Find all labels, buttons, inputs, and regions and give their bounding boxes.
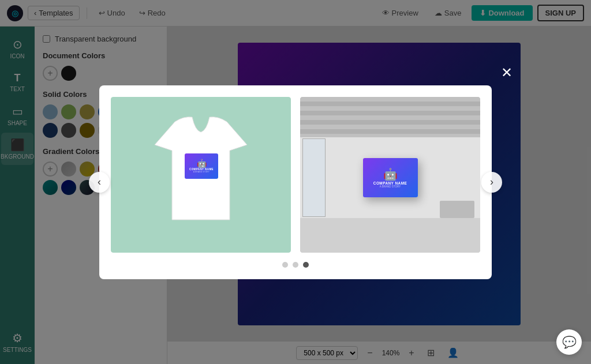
office-logo-robot: 🤖 <box>383 167 398 181</box>
chat-bubble-button[interactable]: 💬 <box>556 329 582 355</box>
dot-2[interactable] <box>293 262 298 268</box>
office-background: 🤖 COMPANY NAME A BRAND STORY <box>300 97 480 253</box>
tshirt-mockup-slide: 🤖 COMPANY NAME A BRAND STORY <box>111 97 291 253</box>
tshirt-background: 🤖 COMPANY NAME A BRAND STORY <box>111 97 291 253</box>
office-mockup-slide: 🤖 COMPANY NAME A BRAND STORY <box>300 97 480 253</box>
modal-prev-button[interactable]: ‹ <box>89 172 110 193</box>
tshirt-logo-card: 🤖 COMPANY NAME A BRAND STORY <box>185 153 218 179</box>
modal-close-button[interactable]: ✕ <box>501 65 513 81</box>
tshirt-logo-sub: A BRAND STORY <box>193 171 210 173</box>
modal-dots <box>111 262 480 268</box>
office-ceiling <box>300 97 480 143</box>
office-logo-company: COMPANY NAME <box>373 181 407 185</box>
office-logo-sub: A BRAND STORY <box>380 185 401 188</box>
office-floor <box>300 212 480 253</box>
modal-images: 🤖 COMPANY NAME A BRAND STORY <box>111 97 480 253</box>
modal-next-button[interactable]: › <box>481 172 502 193</box>
tshirt-logo-robot: 🤖 <box>197 159 207 168</box>
tshirt-container: 🤖 COMPANY NAME A BRAND STORY <box>143 104 259 245</box>
dot-3[interactable] <box>303 262 309 268</box>
dot-1[interactable] <box>282 262 288 268</box>
mockup-modal: ✕ ‹ › 🤖 COMPANY NAME <box>99 85 492 279</box>
office-window <box>302 138 326 217</box>
chat-icon: 💬 <box>562 335 577 349</box>
office-logo-card: 🤖 COMPANY NAME A BRAND STORY <box>363 158 418 197</box>
office-furniture <box>440 201 474 218</box>
modal-overlay: ✕ ‹ › 🤖 COMPANY NAME <box>0 0 591 364</box>
